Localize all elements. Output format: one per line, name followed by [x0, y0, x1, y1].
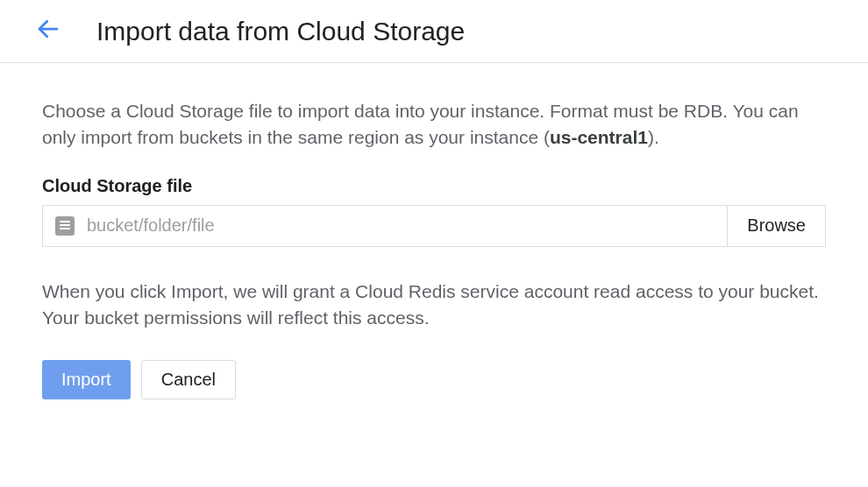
file-input-wrapper — [42, 205, 728, 247]
file-icon — [55, 216, 75, 236]
cancel-button[interactable]: Cancel — [141, 360, 236, 399]
access-note: When you click Import, we will grant a C… — [42, 279, 826, 332]
file-path-input[interactable] — [87, 215, 715, 236]
description-part2: ). — [648, 127, 659, 147]
browse-button[interactable]: Browse — [727, 205, 826, 247]
import-button[interactable]: Import — [42, 360, 131, 399]
field-label: Cloud Storage file — [42, 176, 826, 196]
content-area: Choose a Cloud Storage file to import da… — [0, 63, 868, 399]
description-part1: Choose a Cloud Storage file to import da… — [42, 101, 799, 147]
page-header: Import data from Cloud Storage — [0, 0, 868, 63]
description-text: Choose a Cloud Storage file to import da… — [42, 98, 826, 152]
file-input-row: Browse — [42, 205, 826, 247]
region-name: us-central1 — [550, 127, 648, 147]
page-title: Import data from Cloud Storage — [96, 17, 465, 46]
action-buttons: Import Cancel — [42, 360, 826, 399]
back-arrow-icon[interactable] — [35, 16, 61, 46]
